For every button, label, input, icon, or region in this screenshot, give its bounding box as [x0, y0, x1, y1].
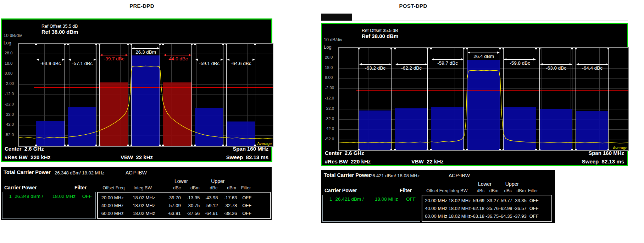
upper-group-header: Upper [200, 178, 236, 184]
y-axis-tick-label: -52.0 [325, 137, 334, 141]
acp-offset-cell: 20.00 MHz [101, 195, 133, 200]
scale-per-div-label: 10 dB/div [4, 33, 22, 38]
acp-offset-cell: 60.00 MHz [425, 214, 448, 219]
acp-offset-cell: -43.98 [200, 195, 218, 200]
y-axis-tick-label: -2.00 [325, 86, 334, 90]
acp-offset-cell: -13.35 [181, 195, 200, 200]
acp-offset-cell: 18.02 MHz [133, 203, 162, 208]
acp-offset-row: 40.00 MHz18.02 MHz-62.18-35.76-62.99-36.… [422, 204, 551, 212]
acp-offset-box: 20.00 MHz18.02 MHz-39.70-13.35-43.98-17.… [97, 192, 271, 219]
y-axis-tick-label: -22.0 [5, 102, 14, 106]
post-dpd-title: POST-DPD [390, 3, 436, 9]
offset-column-headers: Offset Freq Integ BW dBc dBm dBc dBm Fil… [422, 188, 552, 193]
y-axis-tick-label: -12.0 [325, 96, 334, 100]
offset-measurement-label: -57.1 dBc [68, 60, 97, 66]
measurement-mode-label: ACP-IBW [449, 173, 470, 178]
offset-measurement-label: -63.2 dBc [359, 64, 392, 71]
acp-offset-cell: OFF [237, 195, 257, 200]
offset-measurement-label: -64.6 dBc [227, 60, 255, 66]
acp-offset-cell: 18.02 MHz [449, 198, 471, 203]
acp-offset-cell: 20.00 MHz [425, 198, 448, 203]
acp-offset-box: 20.00 MHz18.02 MHz-59.69-33.27-59.77-33.… [422, 195, 552, 222]
y-axis-tick-label: -2.00 [5, 81, 14, 86]
acp-offset-cell: OFF [237, 203, 257, 208]
acp-offset-cell: OFF [527, 206, 542, 211]
y-axis-tick-label: -22.0 [325, 106, 334, 110]
y-axis-tick-label: -52.0 [5, 133, 14, 137]
acp-offset-cell: 18.02 MHz [449, 206, 471, 211]
background-window-edge [321, 21, 628, 21]
acp-offset-cell: OFF [527, 198, 542, 203]
acp-offset-cell: -37.56 [181, 211, 200, 216]
pre-dpd-spectrum-panel: Ref Offset 35.5 dB Ref 38.00 dBm 10 dB/d… [1, 18, 272, 162]
scale-per-div-label: 10 dB/div [324, 37, 342, 42]
pre-dpd-acp-table: Total Carrier Power 26.348 dBm/ 18.02 MH… [1, 167, 272, 220]
acp-offset-row: 40.00 MHz18.02 MHz-57.09-30.75-59.12-32.… [98, 201, 270, 209]
background-window-tab [321, 14, 352, 21]
acp-offset-cell: -33.35 [512, 198, 527, 203]
y-axis-tick-label: 18.0 [325, 65, 333, 70]
acp-offset-cell: -35.76 [484, 206, 499, 211]
span-label: Span 160 MHz [233, 146, 268, 152]
offset-measurement-label: -59.8 dBc [504, 59, 536, 66]
acp-offset-cell: -62.99 [499, 206, 512, 211]
average-trace [19, 44, 273, 146]
center-frequency-label: Center 2.6 GHz [5, 146, 44, 152]
offset-column-headers: Offset Freq Integ BW dBc dBm dBc dBm Fil… [97, 185, 271, 190]
total-carrier-power-value: 26.421 dBm/ 18.08 MHz [370, 173, 420, 178]
acp-offset-cell: -39.70 [162, 195, 181, 200]
post-dpd-spectrum-panel: Ref Offset 35.5 dB Ref 38.00 dBm 10 dB/d… [321, 23, 628, 166]
offset-measurement-label: 26.4 dBm [467, 53, 500, 59]
log-scale-label: Log [324, 44, 332, 50]
acp-offset-row: 60.00 MHz18.02 MHz-63.18-36.75-64.35-37.… [422, 212, 551, 220]
acp-offset-cell: -63.18 [471, 214, 484, 219]
y-axis-tick-label: -32.0 [325, 117, 334, 121]
upper-group-header: Upper [498, 181, 526, 187]
dpd-comparison-screenshot: PRE-DPD POST-DPD Ref Offset 35.5 dB Ref … [0, 0, 644, 243]
acp-offset-cell: -32.78 [218, 203, 237, 208]
span-label: Span 160 MHz [588, 150, 624, 156]
acp-offset-cell: -37.93 [512, 214, 527, 219]
acp-offset-cell: OFF [237, 211, 257, 216]
acp-offset-cell: -62.18 [471, 206, 484, 211]
offset-measurement-label: -63.0 dBc [540, 64, 572, 71]
acp-offset-cell: 18.02 MHz [133, 211, 162, 216]
ref-offset-label: Ref Offset 35.5 dB [362, 28, 398, 33]
y-axis-tick-label: -32.0 [5, 112, 14, 117]
acp-offset-cell: -38.26 [218, 211, 237, 216]
y-axis-tick-label: 28.0 [5, 51, 12, 55]
offset-measurement-label: -63.9 dBc [36, 60, 65, 66]
acp-offset-cell: -30.75 [181, 203, 200, 208]
lower-group-header: Lower [163, 178, 199, 184]
total-carrier-power-label: Total Carrier Power [4, 169, 51, 175]
carrier-power-header: Carrier Power [324, 188, 357, 193]
acp-offset-cell: 40.00 MHz [425, 206, 448, 211]
filter-header: Filter [74, 185, 87, 190]
graticule: -63.9 dBc-57.1 dBc-39.7 dBc26.3 dBm-44.0… [18, 43, 273, 147]
acp-offset-cell: 18.02 MHz [449, 214, 471, 219]
acp-offset-cell: -59.69 [471, 198, 484, 203]
acp-offset-cell: 18.02 MHz [133, 195, 162, 200]
vbw-label: VBW 22 kHz [121, 154, 153, 160]
measurement-mode-label: ACP-IBW [126, 170, 147, 176]
carrier-power-header: Carrier Power [4, 185, 37, 190]
sweep-label: Sweep 82.13 ms [582, 158, 624, 164]
res-bw-label: #Res BW 220 kHz [325, 158, 371, 164]
trace-average-label: Average [613, 146, 627, 150]
offset-measurement-label: -59.1 dBc [195, 60, 224, 66]
acp-offset-cell: -57.09 [162, 203, 181, 208]
y-axis-tick-label: 8.00 [325, 75, 333, 80]
y-axis-tick-label: -42.0 [5, 122, 14, 126]
acp-offset-cell: OFF [527, 214, 542, 219]
offset-measurement-label: -39.7 dBc [100, 55, 128, 61]
log-scale-label: Log [4, 40, 11, 45]
y-axis-tick-label: -42.0 [325, 126, 334, 131]
post-dpd-acp-table: Total Carrier Power 26.421 dBm/ 18.08 MH… [321, 170, 555, 223]
acp-offset-cell: -33.27 [484, 198, 499, 203]
y-axis-tick-label: 8.00 [5, 71, 12, 75]
acp-offset-row: 60.00 MHz18.02 MHz-63.91-37.56-64.61-38.… [98, 209, 270, 217]
offset-measurement-label: -64.4 dBc [576, 64, 609, 71]
acp-offset-cell: -63.91 [162, 211, 181, 216]
total-carrier-power-label: Total Carrier Power [324, 172, 371, 178]
acp-offset-cell: -17.63 [218, 195, 237, 200]
